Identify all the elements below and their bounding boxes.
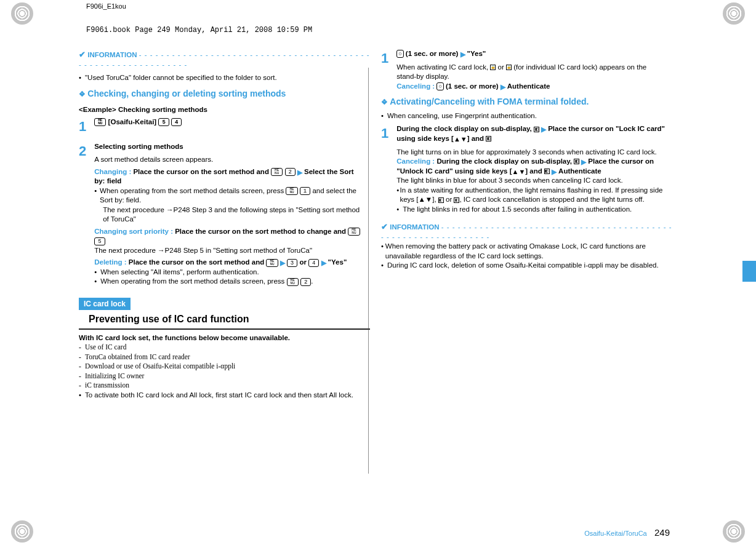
change-priority-line: Changing sort priority : Place the curso… <box>94 227 365 246</box>
up-down-icon: ▲▼ <box>454 135 467 143</box>
key-1: 1 <box>300 187 310 195</box>
step2-b3: •When selecting "All items", perform aut… <box>94 268 365 277</box>
footer: Osaifu-Keitai/ToruCa 249 <box>584 527 670 538</box>
ic-note: •To activate both IC card lock and All l… <box>79 391 370 400</box>
info-r-b2: •During IC card lock, deletion of some O… <box>381 261 672 271</box>
step-2-body: Selecting sorting methods A sort method … <box>94 142 365 287</box>
ic-item-0: -Use of IC card <box>79 343 370 352</box>
column-divider <box>368 68 369 474</box>
r2-cancel: Canceling : During the clock display on … <box>396 157 667 176</box>
footer-page: 249 <box>654 527 670 538</box>
cancel-fp: •When canceling, use Fingerprint authent… <box>381 111 672 121</box>
play-icon: ▶ <box>278 259 287 266</box>
right-step-2: 1 During the clock display on sub-displa… <box>381 124 672 214</box>
key-5: 5 <box>94 237 105 245</box>
step2-b1: •When operating from the sort method det… <box>94 186 365 205</box>
r2-b2: •The light blinks in red for about 1.5 s… <box>396 205 667 215</box>
ic-card-lock-badge: IC card lock <box>79 298 131 310</box>
registration-mark-br <box>723 520 745 543</box>
key-4: 4 <box>171 118 182 126</box>
key-4: 4 <box>308 259 319 267</box>
info-label: INFORMATION <box>390 223 439 231</box>
play-icon: ▶ <box>579 158 588 165</box>
lock-icon-2: 🔒 <box>506 65 512 70</box>
check-icon: ✔ <box>381 222 388 231</box>
ic-card-lock-title: Preventing use of IC card function <box>79 312 370 330</box>
key-2: 2 <box>300 278 311 286</box>
lock-icon: 🔒 <box>490 65 496 70</box>
play-icon: ▶ <box>539 125 548 133</box>
ic-item-1: -ToruCa obtained from IC card reader <box>79 352 370 362</box>
play-icon: ▶ <box>458 50 467 58</box>
step-1-body: MENU [Osaifu-Keitai] 5 4 <box>94 117 365 127</box>
info-header-right: ✔ INFORMATION - - - - - - - - - - - - - … <box>381 221 672 242</box>
footer-section: Osaifu-Keitai/ToruCa <box>584 530 647 537</box>
right-step-2-body: During the clock display on sub-display,… <box>396 124 667 214</box>
ic-item-3: -Initializing IC owner <box>79 372 370 381</box>
circle-key-icon: ○ <box>436 82 443 90</box>
step2-b4: •When operating from the sort method det… <box>94 277 365 287</box>
ic-card-intro: With IC card lock set, the functions bel… <box>79 333 370 343</box>
menu-key-icon: MENU <box>287 278 299 286</box>
info-r-b1: •When removing the battery pack or activ… <box>381 242 672 261</box>
checking-heading: ❖ Checking, changing or deleting sorting… <box>79 88 370 100</box>
ic-item-2: -Download or use of Osaifu-Keitai compat… <box>79 362 370 372</box>
info-label: INFORMATION <box>87 51 137 58</box>
ic-card-lock-section: IC card lock Preventing use of IC card f… <box>79 298 370 400</box>
right-column: 1 ○ (1 sec. or more) ▶ "Yes" When activa… <box>381 49 672 498</box>
key-3: 3 <box>287 259 297 267</box>
key-2: 2 <box>285 168 296 176</box>
circle-key-icon: ○ <box>396 50 403 58</box>
info-header: ✔ INFORMATION - - - - - - - - - - - - - … <box>79 49 370 70</box>
activate-heading: ❖ Activating/Canceling with FOMA termina… <box>381 96 672 108</box>
diamond-icon: ❖ <box>381 98 390 106</box>
menu-key-icon: MENU <box>348 228 360 236</box>
doc-id: F906i_E1kou <box>86 2 126 10</box>
play-icon: ▶ <box>550 168 558 175</box>
right-step-1: 1 ○ (1 sec. or more) ▶ "Yes" When activa… <box>381 49 672 91</box>
ic-item-4: -iC transmission <box>79 381 370 391</box>
play-icon: ▶ <box>296 169 304 176</box>
side-key-icon: ◧ <box>544 169 550 174</box>
registration-mark-tl <box>11 2 33 25</box>
r2-title: During the clock display on sub-display,… <box>396 125 665 142</box>
r1-cancel: Canceling : ○ (1 sec. or more) ▶ Authent… <box>396 82 667 92</box>
check-icon: ✔ <box>79 50 86 59</box>
play-icon: ▶ <box>319 259 328 266</box>
page-content: ✔ INFORMATION - - - - - - - - - - - - - … <box>79 49 672 498</box>
side-key-icon: ◧ <box>486 136 491 141</box>
menu-key-icon: MENU <box>271 168 283 176</box>
page-stamp: F906i.book Page 249 Monday, April 21, 20… <box>86 26 312 34</box>
menu-key-icon: MENU <box>94 118 106 126</box>
play-icon: ▶ <box>499 83 507 90</box>
example-label: <Example> Checking sorting methods <box>79 105 370 115</box>
diamond-icon: ❖ <box>79 90 87 98</box>
side-key-icon: ◧ <box>574 159 579 164</box>
menu-key-icon: MENU <box>266 259 278 267</box>
delete-line: Deleting : Place the cursor on the sort … <box>94 258 365 268</box>
left-column: ✔ INFORMATION - - - - - - - - - - - - - … <box>79 49 370 498</box>
registration-mark-bl <box>11 520 33 543</box>
key-5: 5 <box>158 118 169 126</box>
side-key-icon: ◧ <box>534 127 539 132</box>
side-tab <box>742 261 756 282</box>
step-2: 2 Selecting sorting methods A sort metho… <box>79 142 370 287</box>
up-down-icon: ▲▼ <box>512 168 526 175</box>
step-1: 1 MENU [Osaifu-Keitai] 5 4 <box>79 117 370 136</box>
registration-mark-tr <box>723 2 745 25</box>
menu-key-icon: MENU <box>286 187 297 195</box>
right-step-1-body: ○ (1 sec. or more) ▶ "Yes" When activati… <box>396 49 667 91</box>
r1-line1: When activating IC card lock, 🔒 or 🔒 (fo… <box>396 63 667 82</box>
r2-b1: •In a state waiting for authentication, … <box>396 186 667 205</box>
side-key-icon: ◧ <box>438 197 444 203</box>
changing-line: Changing : Place the cursor on the sort … <box>94 167 365 186</box>
info-bullet: •"Used ToruCa" folder cannot be specifie… <box>79 73 370 83</box>
